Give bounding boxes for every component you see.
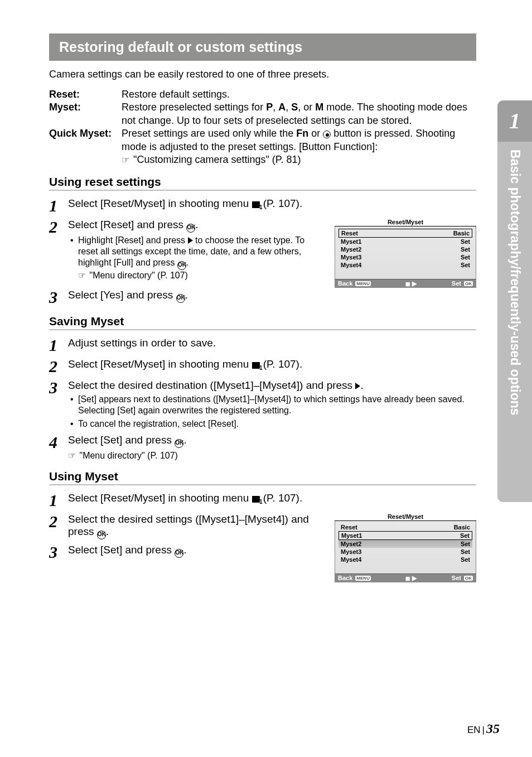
- use-step3: 3 Select [Set] and press OK.: [49, 543, 323, 561]
- cam-screen-footer: Back MENU ▦ ▶ Set OK: [335, 573, 476, 582]
- step-text: Adjust settings in order to save.: [68, 336, 476, 354]
- step-number: 2: [49, 218, 68, 281]
- cam-screen-title: Reset/Myset: [335, 512, 476, 521]
- step-text: Select the desired settings ([Myset1]–[M…: [68, 512, 323, 539]
- shooting-menu-icon: [252, 201, 260, 208]
- record-button-icon: [323, 131, 331, 138]
- reset-step1: 1 Select [Reset/Myset] in shooting menu …: [49, 196, 476, 214]
- def-reset-label: Reset:: [49, 88, 122, 101]
- pointer-icon: ☞: [68, 450, 76, 461]
- ok-button-icon: OK: [177, 261, 186, 270]
- step-text: Select [Reset/Myset] in shooting menu (P…: [68, 357, 476, 375]
- save-step4: 4 Select [Set] and press OK. ☞ "Menu dir…: [49, 433, 476, 461]
- step-text: Select [Set] and press OK.: [68, 543, 323, 561]
- subhead-using-myset: Using Myset: [49, 470, 476, 485]
- step-number: 1: [49, 336, 68, 354]
- chapter-number: 1: [497, 100, 532, 142]
- ok-button-icon: OK: [186, 224, 195, 233]
- step-number: 4: [49, 433, 68, 461]
- def-quick-body: Preset settings are used only while the …: [122, 127, 476, 166]
- cam-row-reset: ResetBasic: [338, 229, 472, 238]
- def-reset-body: Restore default settings.: [122, 88, 476, 101]
- cam-row: Myset2Set: [338, 245, 472, 253]
- def-quickmyset: Quick Myset: Preset settings are used on…: [49, 127, 476, 166]
- pointer-icon: ☞: [122, 155, 129, 166]
- subhead-saving-myset: Saving Myset: [49, 315, 476, 330]
- step-text: Select [Reset] and press OK. • Highlight…: [68, 218, 323, 281]
- ok-button-icon: OK: [175, 549, 183, 558]
- step-text: Select [Reset/Myset] in shooting menu (P…: [68, 491, 476, 509]
- step-number: 2: [49, 357, 68, 375]
- shooting-menu-icon: [252, 496, 260, 503]
- step-text: Select [Yes] and press OK.: [68, 288, 476, 306]
- step-text: Select [Set] and press OK. ☞ "Menu direc…: [68, 433, 476, 461]
- shooting-menu-icon: [252, 362, 260, 369]
- chapter-title: Basic photography/frequently-used option…: [497, 142, 532, 502]
- step-number: 3: [49, 543, 68, 561]
- step-number: 1: [49, 491, 68, 509]
- cam-screen-footer: Back MENU ▦ ▶ Set OK: [335, 279, 476, 288]
- def-myset-label: Myset:: [49, 101, 122, 127]
- step-number: 2: [49, 512, 68, 539]
- section-heading: Restoring default or custom settings: [49, 33, 476, 61]
- def-myset-body: Restore preselected settings for P, A, S…: [122, 101, 476, 127]
- step-number: 1: [49, 196, 68, 214]
- reset-step2: 2 Select [Reset] and press OK. • Highlig…: [49, 218, 323, 281]
- intro-text: Camera settings can be easily restored t…: [49, 69, 476, 80]
- page-footer: EN|35: [467, 721, 500, 736]
- step-number: 3: [49, 378, 68, 430]
- save-step1: 1 Adjust settings in order to save.: [49, 336, 476, 354]
- cam-row: ResetBasic: [338, 523, 472, 531]
- cam-row: Myset3Set: [338, 548, 472, 556]
- use-step1: 1 Select [Reset/Myset] in shooting menu …: [49, 491, 476, 509]
- def-quick-label: Quick Myset:: [49, 127, 122, 166]
- cam-row: Myset4Set: [338, 261, 472, 269]
- right-arrow-icon: [188, 237, 193, 244]
- cam-row: Myset3Set: [338, 253, 472, 261]
- save-step2: 2 Select [Reset/Myset] in shooting menu …: [49, 357, 476, 375]
- cam-row-myset1: Myset1Set: [338, 531, 472, 540]
- cam-row: Myset1Set: [338, 238, 472, 245]
- subhead-using-reset: Using reset settings: [49, 175, 476, 191]
- camera-menu-screenshot-1: Reset/Myset ResetBasic Myset1Set Myset2S…: [335, 218, 476, 288]
- use-step2: 2 Select the desired settings ([Myset1]–…: [49, 512, 323, 539]
- step-text: Select the desired destination ([Myset1]…: [68, 378, 476, 430]
- pointer-icon: ☞: [78, 270, 86, 281]
- ok-button-icon: OK: [175, 439, 183, 448]
- def-myset: Myset: Restore preselected settings for …: [49, 101, 476, 127]
- cam-screen-title: Reset/Myset: [335, 218, 476, 226]
- save-step3: 3 Select the desired destination ([Myset…: [49, 378, 476, 430]
- cam-row: Myset4Set: [338, 556, 472, 563]
- cam-row-highlight: Myset2Set: [338, 540, 472, 548]
- page-number: 35: [486, 721, 500, 736]
- def-reset: Reset: Restore default settings.: [49, 88, 476, 101]
- side-tab: 1 Basic photography/frequently-used opti…: [497, 100, 532, 502]
- camera-menu-screenshot-2: Reset/Myset ResetBasic Myset1Set Myset2S…: [335, 512, 476, 582]
- step-text: Select [Reset/Myset] in shooting menu (P…: [68, 196, 476, 214]
- ok-button-icon: OK: [176, 294, 185, 303]
- reset-step3: 3 Select [Yes] and press OK.: [49, 288, 476, 306]
- ok-button-icon: OK: [97, 531, 106, 539]
- lang-label: EN: [467, 725, 481, 735]
- step-number: 3: [49, 288, 68, 306]
